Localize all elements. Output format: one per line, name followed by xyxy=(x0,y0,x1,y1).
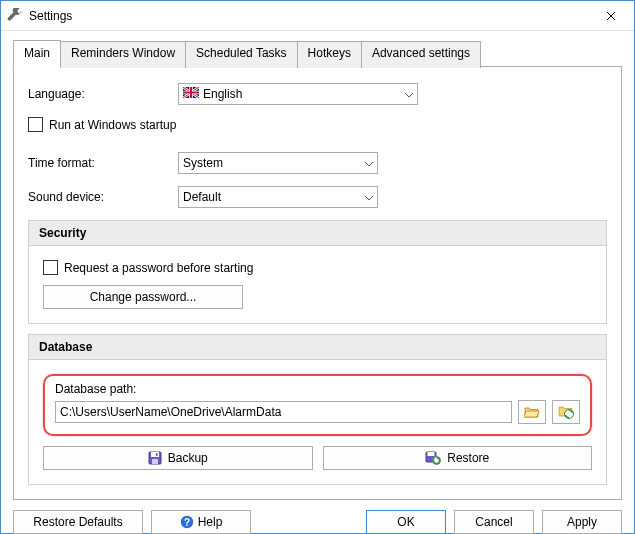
database-group: Database Database path: xyxy=(28,334,607,485)
folder-open-icon xyxy=(524,405,540,419)
sound-device-value: Default xyxy=(183,190,221,204)
svg-rect-7 xyxy=(428,452,435,456)
restore-label: Restore xyxy=(447,451,489,465)
database-header: Database xyxy=(29,335,606,360)
sound-device-row: Sound device: Default xyxy=(28,186,607,208)
language-combo[interactable]: English xyxy=(178,83,418,105)
close-button[interactable] xyxy=(588,1,634,31)
window-title: Settings xyxy=(29,9,588,23)
sound-device-combo[interactable]: Default xyxy=(178,186,378,208)
ok-label: OK xyxy=(397,515,414,529)
svg-rect-4 xyxy=(152,459,158,464)
help-icon: ? xyxy=(180,515,194,529)
security-header: Security xyxy=(29,221,606,246)
apply-label: Apply xyxy=(567,515,597,529)
backup-button[interactable]: Backup xyxy=(43,446,313,470)
change-password-label: Change password... xyxy=(90,290,197,304)
close-icon xyxy=(606,11,616,21)
restore-defaults-label: Restore Defaults xyxy=(33,515,122,529)
svg-rect-5 xyxy=(156,453,158,456)
tabs: Main Reminders Window Scheduled Tasks Ho… xyxy=(13,39,622,66)
tab-advanced[interactable]: Advanced settings xyxy=(361,41,481,68)
tab-scheduled[interactable]: Scheduled Tasks xyxy=(185,41,298,68)
sound-device-label: Sound device: xyxy=(28,190,178,204)
database-body: Database path: xyxy=(29,360,606,484)
change-password-button[interactable]: Change password... xyxy=(43,285,243,309)
language-label: Language: xyxy=(28,87,178,101)
help-button[interactable]: ? Help xyxy=(151,510,251,534)
wrench-icon xyxy=(7,8,23,24)
tab-main[interactable]: Main xyxy=(13,40,61,67)
backup-restore-row: Backup Restore xyxy=(43,446,592,470)
svg-rect-3 xyxy=(151,452,159,457)
chevron-down-icon xyxy=(405,87,413,101)
request-password-label: Request a password before starting xyxy=(64,261,253,275)
sync-icon xyxy=(558,404,574,420)
tab-panel-main: Language: English xyxy=(13,66,622,500)
apply-button[interactable]: Apply xyxy=(542,510,622,534)
ok-button[interactable]: OK xyxy=(366,510,446,534)
restore-button[interactable]: Restore xyxy=(323,446,593,470)
footer: Restore Defaults ? Help OK Cancel Apply xyxy=(1,500,634,534)
request-password-row: Request a password before starting xyxy=(43,260,592,275)
database-path-highlight: Database path: xyxy=(43,374,592,436)
tab-hotkeys[interactable]: Hotkeys xyxy=(297,41,362,68)
browse-folder-button[interactable] xyxy=(518,400,546,424)
database-path-input[interactable] xyxy=(55,401,512,423)
titlebar: Settings xyxy=(1,1,634,31)
content: Main Reminders Window Scheduled Tasks Ho… xyxy=(1,31,634,500)
run-startup-label: Run at Windows startup xyxy=(49,118,176,132)
request-password-checkbox[interactable] xyxy=(43,260,58,275)
database-path-label: Database path: xyxy=(55,382,580,396)
svg-text:?: ? xyxy=(184,517,190,528)
database-path-row xyxy=(55,400,580,424)
security-group: Security Request a password before start… xyxy=(28,220,607,324)
time-format-combo[interactable]: System xyxy=(178,152,378,174)
settings-window: Settings Main Reminders Window Scheduled… xyxy=(0,0,635,534)
time-format-label: Time format: xyxy=(28,156,178,170)
chevron-down-icon xyxy=(365,156,373,170)
cancel-button[interactable]: Cancel xyxy=(454,510,534,534)
time-format-row: Time format: System xyxy=(28,152,607,174)
save-icon xyxy=(148,451,162,465)
sync-button[interactable] xyxy=(552,400,580,424)
security-body: Request a password before starting Chang… xyxy=(29,246,606,323)
startup-row: Run at Windows startup xyxy=(28,117,607,132)
cancel-label: Cancel xyxy=(475,515,512,529)
restore-defaults-button[interactable]: Restore Defaults xyxy=(13,510,143,534)
tab-reminders[interactable]: Reminders Window xyxy=(60,41,186,68)
language-value: English xyxy=(203,87,242,101)
restore-icon xyxy=(425,451,441,465)
language-row: Language: English xyxy=(28,83,607,105)
flag-icon xyxy=(183,87,199,101)
help-label: Help xyxy=(198,515,223,529)
backup-label: Backup xyxy=(168,451,208,465)
time-format-value: System xyxy=(183,156,223,170)
chevron-down-icon xyxy=(365,190,373,204)
run-startup-checkbox[interactable] xyxy=(28,117,43,132)
